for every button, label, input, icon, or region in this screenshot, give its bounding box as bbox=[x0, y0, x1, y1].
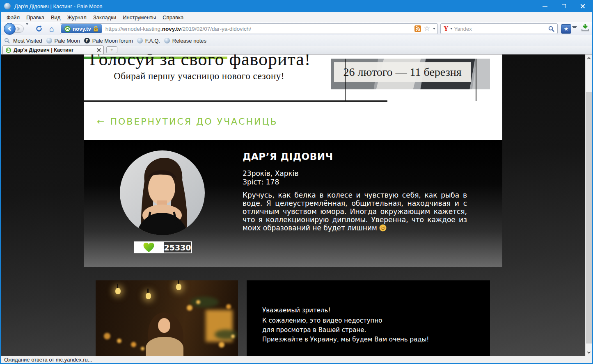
heart-icon bbox=[143, 243, 154, 253]
vertical-scrollbar[interactable] bbox=[585, 55, 592, 356]
menu-help[interactable]: Справка bbox=[159, 13, 187, 22]
new-tab-button[interactable]: + bbox=[106, 46, 117, 53]
menu-view[interactable]: Вид bbox=[48, 13, 64, 22]
menu-file[interactable]: Файл bbox=[3, 13, 23, 22]
forum-icon: F bbox=[84, 38, 90, 43]
like-button[interactable] bbox=[134, 241, 163, 253]
tab-bar: Н Дар'я Дідович | Кастинг + bbox=[1, 46, 592, 55]
home-icon: ⌂ bbox=[49, 24, 54, 33]
menu-bar: Файл Правка Вид Журнал Закладки Инструме… bbox=[1, 12, 592, 22]
downloads-button[interactable] bbox=[581, 24, 589, 34]
menu-bookmarks[interactable]: Закладки bbox=[90, 13, 119, 22]
active-tab[interactable]: Н Дар'я Дідович | Кастинг bbox=[2, 46, 104, 54]
decor-line-vertical bbox=[345, 59, 346, 101]
window-controls bbox=[536, 0, 592, 12]
back-button[interactable] bbox=[4, 23, 16, 35]
profile-height: Зріст: 178 bbox=[243, 178, 279, 186]
vote-widget: 25330 bbox=[134, 241, 192, 253]
video-notice-line: К сожалению, это видео недоступно bbox=[262, 317, 382, 324]
scrollbar-thumb[interactable] bbox=[586, 92, 592, 344]
maximize-icon bbox=[562, 4, 566, 8]
search-engine-dropdown-icon[interactable] bbox=[450, 28, 453, 30]
title-bar: Дар'я Дідович | Кастинг - Pale Moon bbox=[1, 0, 592, 12]
video-notice-line: Уважаемый зритель! bbox=[262, 307, 330, 314]
bookmark-most-visited[interactable]: Most Visited bbox=[12, 37, 46, 45]
history-dropdown-button[interactable] bbox=[25, 23, 30, 34]
refresh-button[interactable] bbox=[34, 24, 44, 33]
lock-icon bbox=[93, 26, 98, 32]
bookmark-release-notes[interactable]: Release notes bbox=[163, 37, 210, 45]
video-notice-line: для просмотра в Вашей стране. bbox=[262, 326, 366, 334]
smiley-emoji bbox=[379, 224, 387, 232]
profile-age-city: 23років, Харків bbox=[243, 169, 299, 177]
site-identity-button[interactable]: Н novy.tv bbox=[61, 24, 102, 33]
page-viewport: Голосуй за свого фаворита! Обирай першу … bbox=[1, 55, 592, 356]
search-magnifier-icon[interactable] bbox=[548, 26, 554, 32]
banner-text: Голосуй за свого фаворита! Обирай першу … bbox=[89, 55, 309, 82]
profile-bio: Кручусь, как белка в колесе и чувствую с… bbox=[243, 191, 467, 232]
site-identity-domain: novy.tv bbox=[73, 26, 91, 32]
yandex-icon: Y bbox=[444, 25, 449, 32]
status-bar: Ожидание ответа от mc.yandex.ru... bbox=[1, 356, 592, 363]
profile-photo bbox=[120, 150, 205, 235]
search-input[interactable] bbox=[454, 26, 547, 32]
window-title: Дар'я Дідович | Кастинг - Pale Moon bbox=[14, 3, 103, 9]
star-icon: ★ bbox=[564, 26, 569, 32]
minimize-icon bbox=[543, 6, 547, 7]
close-button[interactable] bbox=[573, 0, 592, 12]
bookmarks-toolbar: Most Visited Pale Moon F Pale Moon forum… bbox=[1, 35, 592, 46]
decor-line-vertical bbox=[476, 59, 476, 101]
decor-line-horizontal bbox=[84, 100, 387, 102]
left-arrow-icon: ← bbox=[97, 116, 104, 127]
globe-icon bbox=[46, 38, 52, 43]
refresh-icon bbox=[35, 25, 43, 32]
back-icon bbox=[8, 26, 12, 31]
banner-image: 26 лютого — 11 березня bbox=[331, 59, 490, 89]
chevron-down-icon bbox=[587, 350, 591, 353]
vote-count: 25330 bbox=[163, 241, 192, 253]
bookmarks-sidebar-button[interactable]: ★ bbox=[561, 24, 571, 34]
sidebar-dropdown-icon[interactable] bbox=[572, 26, 577, 31]
url-text: https://wmodel-kasting.novy.tv/2019/02/0… bbox=[105, 26, 251, 32]
globe-icon bbox=[164, 38, 170, 43]
forward-icon bbox=[16, 27, 20, 31]
date-range-box: 26 лютого — 11 березня bbox=[334, 62, 471, 82]
banner-section: Голосуй за свого фаворита! Обирай першу … bbox=[84, 55, 502, 140]
maximize-button[interactable] bbox=[554, 0, 573, 12]
search-box[interactable]: Y bbox=[440, 23, 558, 34]
menu-edit[interactable]: Правка bbox=[23, 13, 48, 22]
globe-icon bbox=[137, 38, 143, 43]
gallery-photo bbox=[96, 280, 238, 356]
chevron-up-icon bbox=[587, 57, 591, 60]
profile-name: ДАР’Я ДІДОВИЧ bbox=[243, 151, 333, 162]
back-to-participants-link[interactable]: ←ПОВЕРНУТИСЯ ДО УЧАСНИЦЬ bbox=[97, 116, 278, 127]
video-unavailable-box: Уважаемый зритель! К сожалению, это виде… bbox=[247, 280, 490, 356]
palemoon-logo-icon bbox=[4, 3, 11, 9]
close-icon bbox=[581, 4, 585, 9]
video-notice-line: Приезжайте в Украину, мы будем Вам очень… bbox=[262, 336, 429, 343]
minimize-button[interactable] bbox=[536, 0, 554, 12]
banner-subheading: Обирай першу учасницю нового сезону! bbox=[89, 71, 309, 82]
menu-history[interactable]: Журнал bbox=[64, 13, 89, 22]
chevron-down-icon bbox=[26, 23, 28, 32]
bookmark-star-icon[interactable]: ☆ bbox=[424, 25, 430, 32]
url-bar[interactable]: Н novy.tv https://wmodel-kasting.novy.tv… bbox=[60, 23, 438, 34]
download-icon bbox=[581, 24, 589, 32]
novy-favicon: Н bbox=[64, 26, 71, 32]
rss-icon[interactable] bbox=[414, 25, 421, 32]
scroll-up-button[interactable] bbox=[586, 55, 592, 61]
scroll-down-button[interactable] bbox=[586, 349, 592, 356]
home-button[interactable]: ⌂ bbox=[49, 25, 54, 33]
navigation-toolbar: ⌂ Н novy.tv https://wmodel-kasting.novy.… bbox=[1, 22, 592, 35]
banner-heading: Голосуй за свого фаворита! bbox=[89, 55, 309, 70]
menu-tools[interactable]: Инструменты bbox=[119, 13, 159, 22]
bookmark-pale-moon[interactable]: Pale Moon bbox=[46, 37, 83, 45]
profile-card: ДАР’Я ДІДОВИЧ 23років, Харків Зріст: 178… bbox=[84, 140, 502, 267]
tab-close-icon[interactable] bbox=[97, 48, 101, 52]
browser-window: Дар'я Дідович | Кастинг - Pale Moon Файл… bbox=[0, 0, 593, 364]
urlbar-dropdown-icon[interactable] bbox=[433, 28, 435, 30]
tab-favicon: Н bbox=[6, 48, 11, 53]
tab-title: Дар'я Дідович | Кастинг bbox=[14, 47, 94, 53]
bookmark-pale-moon-forum[interactable]: F Pale Moon forum bbox=[83, 37, 136, 45]
bookmark-faq[interactable]: F.A.Q. bbox=[136, 37, 163, 45]
